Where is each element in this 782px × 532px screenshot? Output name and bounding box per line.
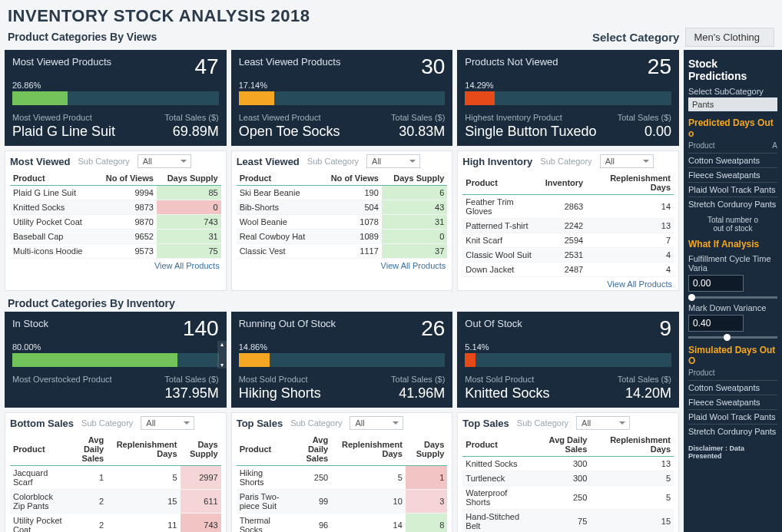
table-row[interactable]: Knitted Socks30013 [462,457,674,471]
fcv-input[interactable] [688,275,744,292]
table-cell: 4 [586,248,674,263]
subcategory-dropdown[interactable]: All [350,416,403,430]
table-cell: 2242 [542,219,587,233]
table-row[interactable]: Turtleneck3005 [462,471,674,486]
table-row[interactable]: Jacquard Scarf152997 [10,466,221,490]
list-item[interactable]: Plaid Wool Track Pants [688,182,777,197]
subcategory-dropdown[interactable]: All [141,416,194,430]
subcategory-dropdown[interactable]: All [600,154,654,168]
view-all-link[interactable]: View All Products [10,259,221,270]
list-item[interactable]: Plaid Wool Track Pants [688,409,777,424]
table-least-viewed: Least ViewedSub CategoryAllProductNo of … [231,150,453,291]
table-row[interactable]: Paris Two-piece Suit99103 [237,490,448,514]
table-row[interactable]: Utility Pocket Coat9870743 [10,215,221,230]
table-row[interactable]: Thermal Socks96148 [237,514,448,533]
predicted-days-title: Predicted Days Out o [688,117,777,139]
data-table: ProductAvg Daily SalesReplenishment Days… [10,433,221,532]
card-label: Products Not Viewed [465,56,558,68]
col-header[interactable]: Product [10,433,67,466]
list-item[interactable]: Stretch Corduroy Pants [688,197,777,211]
total-note-1: Total number o [707,216,758,224]
table-row[interactable]: Multi-icons Hoodie957375 [10,244,221,259]
table-row[interactable]: Baseball Cap965231 [10,230,221,244]
card-label: Running Out Of Stock [239,318,336,329]
list-item[interactable]: Stretch Corduroy Pants [688,424,777,438]
table-row[interactable]: Hiking Shorts25051 [237,466,448,490]
table-row[interactable]: Classic Vest111737 [237,244,448,259]
subcategory-label: Sub Category [540,157,591,166]
table-row[interactable]: Real Cowboy Hat10890 [237,230,448,244]
col-header[interactable]: Days Supply [157,171,221,186]
table-row[interactable]: Classic Wool Suit25314 [462,248,674,263]
table-cell: 5 [590,471,674,486]
col-header[interactable]: No of Views [95,171,156,186]
scroll-indicator[interactable]: ▴▾ [217,341,227,368]
table-cell: 4 [586,263,674,277]
table-cell: 10 [331,490,406,514]
table-row[interactable]: Wool Beanie107831 [237,215,448,230]
table-row[interactable]: Plaid G Line Suit999485 [10,186,221,200]
subcategory-dropdown[interactable]: All [576,416,630,430]
subcategory-label: Sub Category [307,157,359,166]
col-header[interactable]: Avg Daily Sales [532,433,590,457]
card-value-right: 14.20M [625,385,671,401]
data-table: ProductInventoryReplenishment DaysFeathe… [462,171,674,277]
view-all-link[interactable]: View All Products [462,277,674,289]
view-all-link[interactable]: View All Products [237,259,448,270]
col-header[interactable]: Product [237,171,320,186]
select-subcategory-input[interactable] [688,97,777,111]
table-row[interactable]: Hand-Stitched Belt7515 [462,510,674,533]
card-least-viewed: Least Viewed Products3017.14%Least Viewe… [231,50,453,146]
col-header[interactable]: Product [10,171,95,186]
list-item[interactable]: Cotton Sweatpants [688,380,777,395]
table-row[interactable]: Knit Scarf25947 [462,233,674,248]
col-header[interactable]: Product [462,433,532,457]
table-row[interactable]: Ski Bear Beanie1906 [237,186,448,200]
list-item[interactable]: Fleece Sweatpants [688,395,777,409]
col-header[interactable]: Product [462,171,542,195]
card-sub-left-label: Most Sold Product [465,375,534,384]
card-count: 47 [195,56,219,78]
list-item[interactable]: Cotton Sweatpants [688,153,777,167]
fcv-slider[interactable] [688,296,777,299]
card-value-left: Hiking Shorts [239,385,321,401]
col-header[interactable]: Product [237,433,290,466]
col-header[interactable]: Days Supply [382,171,448,186]
table-row[interactable]: Colorblock Zip Pants215611 [10,490,221,514]
table-row[interactable]: Waterproof Shorts2505 [462,486,674,510]
card-value-right: 0.00 [644,124,671,140]
table-title: Top Sales [237,418,283,429]
progress-bar [239,91,446,105]
col-header[interactable]: Replenishment Days [590,433,674,457]
table-row[interactable]: Utility Pocket Coat211743 [10,514,221,533]
subcategory-dropdown[interactable]: All [366,154,420,168]
table-cell: Ski Bear Beanie [237,186,320,200]
page-title: INVENTORY STOCK ANALYSIS 2018 [0,0,782,28]
col-header[interactable]: No of Views [320,171,382,186]
table-row[interactable]: Bib-Shorts50443 [237,200,448,215]
table-cell: 743 [157,215,221,230]
col-header[interactable]: Days Supply [406,433,448,466]
table-cell: 14 [331,514,406,533]
table-row[interactable]: Patterned T-shirt224213 [462,219,674,233]
table-row[interactable]: Feather Trim Gloves286314 [462,195,674,219]
mdv-input[interactable] [688,315,744,332]
table-row[interactable]: Knitted Socks98730 [10,200,221,215]
col-header[interactable]: Inventory [542,171,587,195]
subcategory-label: Sub Category [290,418,342,428]
table-cell: Jacquard Scarf [10,466,67,490]
table-cell: 6 [382,186,448,200]
card-sub-right-label: Total Sales ($) [391,375,445,384]
subcategory-dropdown[interactable]: All [138,154,191,168]
col-header[interactable]: Replenishment Days [107,433,180,466]
col-header[interactable]: Avg Daily Sales [290,433,331,466]
mdv-slider[interactable] [688,336,777,339]
table-row[interactable]: Down Jacket24874 [462,263,674,277]
col-header[interactable]: Replenishment Days [586,171,674,195]
card-sub-right-label: Total Sales ($) [164,113,218,122]
col-header[interactable]: Avg Daily Sales [67,433,107,466]
col-header[interactable]: Replenishment Days [331,433,406,466]
select-category-dropdown[interactable]: Men's Clothing [685,28,774,47]
col-header[interactable]: Days Supply [181,433,221,466]
list-item[interactable]: Fleece Sweatpants [688,167,777,182]
